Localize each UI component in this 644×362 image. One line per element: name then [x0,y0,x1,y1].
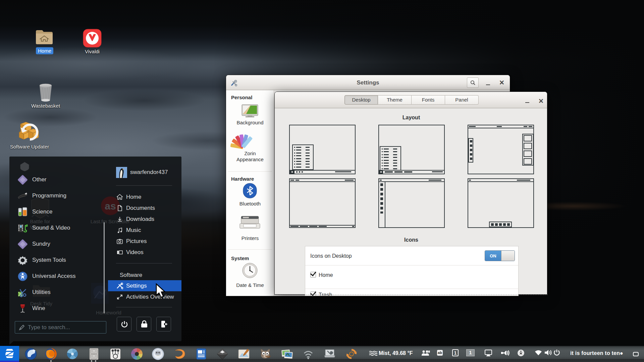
svg-text:as: as [105,200,116,212]
